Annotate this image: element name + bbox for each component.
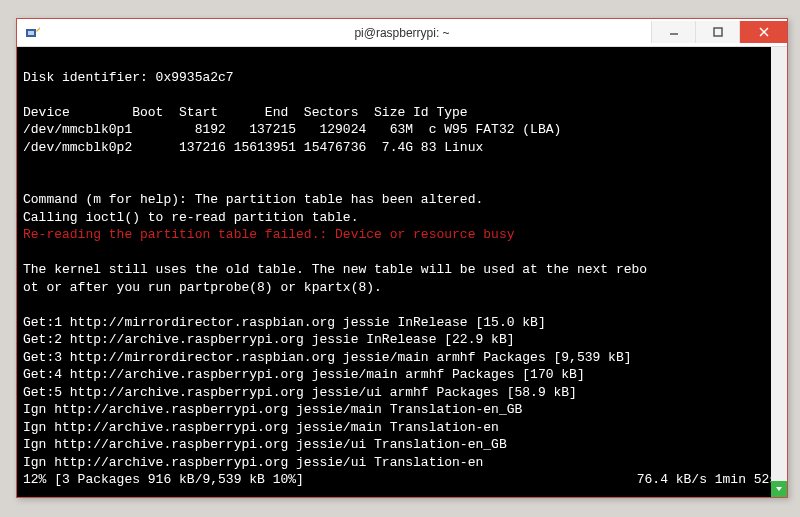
terminal-window: pi@raspberrypi: ~ Disk identifier: 0x993…: [16, 18, 788, 498]
partition-row: /dev/mmcblk0p2 137216 15613951 15476736 …: [23, 140, 483, 155]
terminal-line: Calling ioctl() to re-read partition tab…: [23, 210, 358, 225]
svg-rect-1: [28, 31, 34, 35]
apt-line: Get:5 http://archive.raspberrypi.org jes…: [23, 385, 577, 400]
scroll-down-arrow[interactable]: [771, 481, 787, 497]
partition-header: Device Boot Start End Sectors Size Id Ty…: [23, 105, 468, 120]
maximize-button[interactable]: [695, 21, 739, 43]
titlebar: pi@raspberrypi: ~: [17, 19, 787, 47]
progress-right: 76.4 kB/s 1min 52s: [637, 472, 777, 487]
apt-line: Get:1 http://mirrordirector.raspbian.org…: [23, 315, 546, 330]
terminal-line: ot or after you run partprobe(8) or kpar…: [23, 280, 382, 295]
apt-line: Ign http://archive.raspberrypi.org jessi…: [23, 437, 507, 452]
progress-line: 12% [3 Packages 916 kB/9,539 kB 10%]76.4…: [23, 471, 785, 489]
apt-line: Ign http://archive.raspberrypi.org jessi…: [23, 402, 522, 417]
terminal-output[interactable]: Disk identifier: 0x9935a2c7 Device Boot …: [17, 47, 787, 497]
scrollbar[interactable]: [771, 47, 787, 497]
apt-line: Ign http://archive.raspberrypi.org jessi…: [23, 455, 483, 470]
apt-line: Get:3 http://mirrordirector.raspbian.org…: [23, 350, 632, 365]
error-line: Re-reading the partition table failed.: …: [23, 227, 514, 242]
terminal-line: Disk identifier: 0x9935a2c7: [23, 70, 234, 85]
svg-rect-3: [714, 28, 722, 36]
close-button[interactable]: [739, 21, 787, 43]
terminal-line: Command (m for help): The partition tabl…: [23, 192, 483, 207]
apt-line: Ign http://archive.raspberrypi.org jessi…: [23, 420, 499, 435]
apt-line: Get:4 http://archive.raspberrypi.org jes…: [23, 367, 585, 382]
minimize-button[interactable]: [651, 21, 695, 43]
partition-row: /dev/mmcblk0p1 8192 137215 129024 63M c …: [23, 122, 561, 137]
putty-icon: [23, 23, 43, 43]
progress-left: 12% [3 Packages 916 kB/9,539 kB 10%]: [23, 471, 304, 489]
terminal-line: The kernel still uses the old table. The…: [23, 262, 647, 277]
window-controls: [651, 21, 787, 45]
apt-line: Get:2 http://archive.raspberrypi.org jes…: [23, 332, 514, 347]
